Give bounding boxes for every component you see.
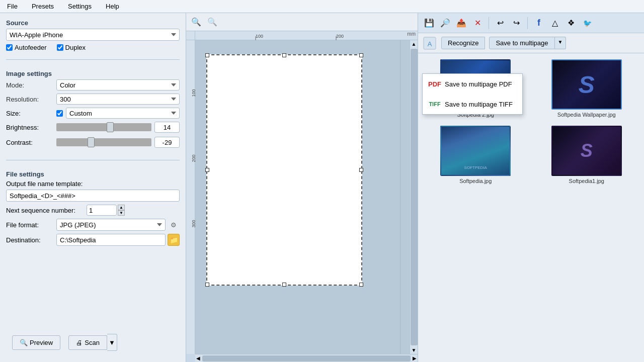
scan-btn-group: 🖨 Scan ▼ (68, 334, 117, 351)
scroll-up-btn[interactable]: ▲ (411, 40, 418, 48)
menu-settings[interactable]: Settings (65, 2, 95, 11)
menu-file[interactable]: File (4, 2, 21, 11)
contrast-slider-container (56, 137, 180, 148)
size-label: Size: (6, 110, 56, 117)
seq-spinner: ▲ ▼ (118, 205, 125, 216)
thumb-item-2[interactable]: S Softpedia Wallpaper.jpg (535, 59, 638, 118)
gdrive-icon[interactable]: △ (548, 16, 562, 30)
seq-down-btn[interactable]: ▼ (118, 210, 125, 216)
autofeeder-checkbox[interactable] (6, 44, 13, 51)
handle-topleft[interactable] (205, 53, 209, 57)
scroll-down-btn[interactable]: ▼ (411, 346, 418, 354)
undo-icon[interactable]: ↩ (493, 16, 507, 30)
handle-bottomright[interactable] (359, 283, 363, 287)
resolution-select[interactable]: 300 (56, 94, 180, 105)
output-template-input[interactable] (6, 190, 180, 202)
save-scan-icon[interactable]: 💾 (422, 16, 436, 30)
save-multipage-button[interactable]: Save to multipage (489, 37, 554, 49)
handle-topright[interactable] (359, 53, 363, 57)
ruler-corner (186, 31, 195, 40)
handle-left[interactable] (205, 168, 209, 172)
format-settings-icon[interactable]: ⚙ (168, 219, 180, 231)
scan-selection (206, 54, 362, 286)
scroll-h-thumb[interactable] (202, 355, 411, 361)
pdf-icon: PDF (429, 78, 441, 90)
brightness-slider[interactable] (56, 123, 151, 131)
ocr-icon-svg: A (423, 36, 437, 50)
redo-icon[interactable]: ↪ (509, 16, 523, 30)
recognize-area: A Recognize Save to multipage ▼ PDF Save… (418, 33, 644, 53)
thumb-label-2: Softpedia Wallpaper.jpg (557, 112, 616, 118)
zoom-page-icon[interactable]: 🔎 (438, 16, 452, 30)
seq-input[interactable] (87, 205, 117, 216)
zoom-out-icon[interactable]: 🔍 (206, 16, 218, 28)
export-icon[interactable]: 📤 (454, 16, 468, 30)
handle-bottom[interactable] (282, 283, 286, 287)
autofeeder-checkbox-item[interactable]: Autofeeder (6, 44, 47, 51)
brightness-slider-container (56, 122, 180, 133)
preview-button[interactable]: 🔍 Preview (12, 335, 60, 350)
menu-help[interactable]: Help (103, 2, 122, 11)
canvas-area (195, 40, 410, 354)
handle-top[interactable] (282, 53, 286, 57)
destination-group: Destination: 📁 (6, 234, 180, 246)
browse-folder-btn[interactable]: 📁 (168, 234, 180, 246)
save-multipage-dropdown[interactable]: ▼ (555, 37, 567, 49)
center-toolbar: 🔍 🔍 (186, 13, 418, 31)
duplex-checkbox-item[interactable]: Duplex (57, 44, 86, 51)
format-select[interactable]: JPG (JPEG) (56, 219, 166, 231)
seq-group: Next sequence number: ▲ ▼ (6, 205, 180, 216)
thumb-img-4: S (551, 126, 622, 176)
divider-2 (6, 160, 180, 160)
save-tiff-label: Save to multipage TIFF (445, 101, 513, 108)
file-settings-section: File settings Output file name template:… (6, 170, 180, 249)
dropbox-icon[interactable]: ❖ (564, 16, 578, 30)
thumb-img-2: S (551, 59, 622, 110)
save-pdf-item[interactable]: PDF Save to multipage PDF (423, 74, 522, 94)
twitter-icon[interactable]: 🐦 (580, 16, 594, 30)
handle-bottomleft[interactable] (205, 283, 209, 287)
size-checkbox[interactable] (56, 110, 63, 117)
source-section: Source WIA-Apple iPhone Autofeeder Duple… (6, 19, 180, 51)
menu-presets[interactable]: Presets (29, 2, 57, 11)
device-select[interactable]: WIA-Apple iPhone (6, 29, 180, 41)
brightness-value[interactable] (154, 122, 180, 133)
contrast-slider[interactable] (56, 138, 151, 146)
checkbox-row: Autofeeder Duplex (6, 44, 180, 51)
brightness-label: Brightness: (6, 124, 56, 131)
brightness-group: Brightness: (6, 122, 180, 133)
handle-right[interactable] (359, 168, 363, 172)
destination-input[interactable] (56, 234, 166, 246)
scan-dropdown-btn[interactable]: ▼ (107, 334, 117, 351)
size-select[interactable]: Custom (66, 108, 180, 119)
scrollbar-v[interactable]: ▲ ▼ (410, 40, 418, 354)
scrollbar-h[interactable]: ◀ ▶ (195, 354, 418, 362)
thumb-item-3[interactable]: SOFTPEDIA Softpedia.jpg (424, 126, 527, 184)
scan-button[interactable]: 🖨 Scan (68, 335, 107, 350)
scroll-right-btn[interactable]: ▶ (412, 354, 418, 362)
scroll-v-thumb[interactable] (411, 49, 418, 345)
duplex-checkbox[interactable] (57, 44, 63, 51)
facebook-icon[interactable]: f (532, 16, 546, 30)
zoom-in-icon[interactable]: 🔍 (190, 16, 202, 28)
contrast-value[interactable] (154, 137, 180, 148)
delete-icon[interactable]: ✕ (470, 16, 485, 30)
scroll-left-btn[interactable]: ◀ (195, 354, 201, 362)
seq-up-btn[interactable]: ▲ (118, 205, 125, 210)
recognize-button[interactable]: Recognize (441, 37, 485, 49)
contrast-group: Contrast: (6, 137, 180, 148)
ruler-area: mm 100 200 100 200 300 (186, 31, 418, 362)
destination-label: Destination: (6, 236, 56, 244)
thumb-item-4[interactable]: S Softpedia1.jpg (535, 126, 638, 184)
autofeeder-label: Autofeeder (15, 44, 47, 51)
source-label: Source (6, 19, 180, 27)
mode-select[interactable]: Color (56, 79, 180, 90)
ruler-top: mm 100 200 (195, 31, 418, 40)
scan-icon: 🖨 (76, 339, 83, 346)
ruler-top-svg (195, 31, 418, 40)
thumb-label-4: Softpedia1.jpg (569, 178, 604, 184)
recognize-icon: A (422, 36, 437, 51)
ruler-left: 100 200 300 (186, 40, 195, 354)
save-tiff-item[interactable]: TIFF Save to multipage TIFF (423, 94, 522, 114)
contrast-label: Contrast: (6, 139, 56, 146)
